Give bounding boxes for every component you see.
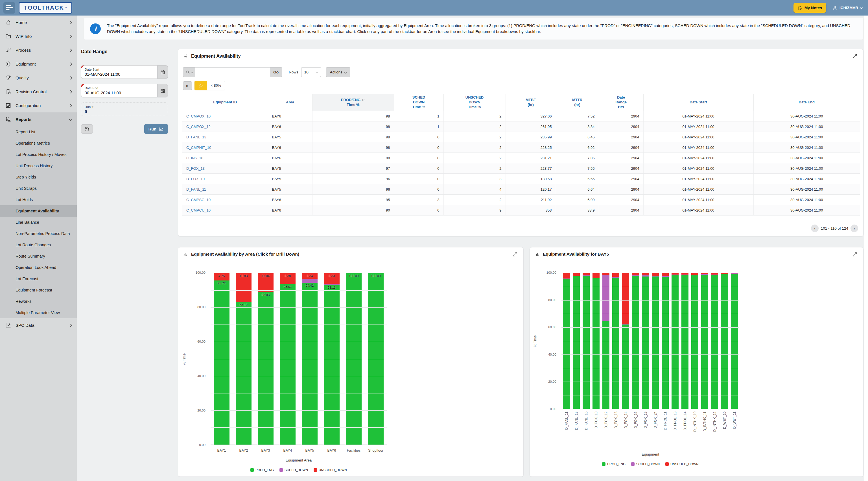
column-header[interactable]: MTBF(hr) xyxy=(505,94,556,111)
column-header[interactable]: PROD/ENGTime % xyxy=(312,94,394,111)
segment-unsched-down[interactable] xyxy=(622,273,629,324)
sidebar-subitem-report-list[interactable]: Report List xyxy=(0,126,77,138)
segment-prod-eng[interactable] xyxy=(302,283,317,445)
sidebar-subitem-step-yields[interactable]: Step Yields xyxy=(0,172,77,183)
segment-prod-eng[interactable] xyxy=(573,276,580,409)
date-end-value[interactable]: 30-AUG-2024 11:00 xyxy=(85,91,154,95)
sidebar-subitem-equipment-forecast[interactable]: Equipment Forecast xyxy=(0,284,77,296)
saved-report-star-button[interactable]: ☆ xyxy=(194,81,207,90)
equipment-link[interactable]: D_FOX_13 xyxy=(186,167,205,171)
sidebar-subitem-reworks[interactable]: Reworks xyxy=(0,296,77,307)
user-menu[interactable]: ICHIZMAR xyxy=(832,5,862,10)
segment-prod-eng[interactable] xyxy=(236,302,251,445)
equipment-link[interactable]: C_CMPNIT_10 xyxy=(186,146,211,150)
segment-unsched-down[interactable] xyxy=(642,273,649,275)
segment-prod-eng[interactable] xyxy=(662,277,669,409)
segment-unsched-down[interactable] xyxy=(563,273,570,278)
scrollbar-gutter[interactable] xyxy=(864,16,868,481)
segment-prod-eng[interactable] xyxy=(642,276,649,409)
sidebar-subitem-unit-scraps[interactable]: Unit Scraps xyxy=(0,183,77,194)
search-input[interactable] xyxy=(195,67,270,77)
segment-prod-eng[interactable] xyxy=(691,275,699,409)
search-options-button[interactable] xyxy=(183,67,195,77)
sidebar-item-home[interactable]: Home xyxy=(0,16,77,29)
segment-prod-eng[interactable] xyxy=(592,278,599,409)
segment-unsched-down[interactable] xyxy=(612,273,619,277)
segment-sched-down[interactable] xyxy=(302,279,317,283)
sidebar-item-spc-data[interactable]: SPC Data xyxy=(0,318,77,332)
equipment-link[interactable]: D_FANL_13 xyxy=(186,135,206,139)
column-header[interactable]: MTTR(hr) xyxy=(556,94,599,111)
segment-prod-eng[interactable] xyxy=(324,285,339,445)
segment-prod-eng[interactable] xyxy=(602,321,610,409)
equipment-link[interactable]: C_INS_10 xyxy=(186,156,203,160)
sidebar-subitem-multiple-parameter-view[interactable]: Multiple Parameter View xyxy=(0,307,77,318)
sidebar-subitem-lot-holds[interactable]: Lot Holds xyxy=(0,194,77,205)
segment-unsched-down[interactable] xyxy=(652,273,659,276)
segment-prod-eng[interactable] xyxy=(612,278,619,409)
equipment-link[interactable]: D_FANL_11 xyxy=(186,187,206,191)
segment-unsched-down[interactable] xyxy=(583,273,590,275)
segment-unsched-down[interactable] xyxy=(662,273,669,276)
equipment-link[interactable]: C_CMPSG_10 xyxy=(186,198,211,202)
segment-prod-eng[interactable] xyxy=(258,292,273,445)
equipment-link[interactable]: C_CMPOX_10 xyxy=(186,114,211,118)
go-button[interactable]: Go xyxy=(270,67,282,77)
sidebar-subitem-route-summary[interactable]: Route Summary xyxy=(0,250,77,262)
segment-prod-eng[interactable] xyxy=(711,275,718,409)
segment-prod-eng[interactable] xyxy=(563,279,570,409)
segment-prod-eng[interactable] xyxy=(721,274,728,409)
segment-prod-eng[interactable] xyxy=(652,276,659,409)
actions-button[interactable]: Actions xyxy=(326,67,350,77)
segment-prod-eng[interactable] xyxy=(681,275,688,409)
segment-prod-eng[interactable] xyxy=(731,274,738,409)
my-notes-button[interactable]: My Notes xyxy=(794,3,826,13)
date-start-value[interactable]: 01-MAY-2024 11:00 xyxy=(85,72,154,77)
equipment-link[interactable]: C_CMPOX_12 xyxy=(186,125,211,129)
sidebar-item-equipment[interactable]: Equipment xyxy=(0,57,77,71)
sidebar-subitem-lot-process-history-moves[interactable]: Lot Process History / Moves xyxy=(0,149,77,160)
filter-chip[interactable]: < 80% xyxy=(207,81,225,90)
segment-unsched-down[interactable] xyxy=(573,273,580,276)
segment-prod-eng[interactable] xyxy=(672,275,679,409)
segment-prod-eng[interactable] xyxy=(622,325,629,409)
run-number-field[interactable]: Run # 6 xyxy=(81,102,168,116)
segment-unsched-down[interactable] xyxy=(632,273,639,275)
sidebar-subitem-operations-metrics[interactable]: Operations Metrics xyxy=(0,138,77,149)
maximize-button[interactable] xyxy=(851,250,859,258)
segment-prod-eng[interactable] xyxy=(701,275,708,409)
sidebar-item-configuration[interactable]: Configuration xyxy=(0,98,77,112)
segment-prod-eng[interactable] xyxy=(583,276,590,409)
sidebar-subitem-operation-look-ahead[interactable]: Operation Look Ahead xyxy=(0,262,77,273)
sidebar-item-wip-info[interactable]: WIP Info xyxy=(0,29,77,43)
column-header[interactable]: Date Start xyxy=(643,94,753,111)
sidebar-item-reports[interactable]: Reports xyxy=(0,112,77,126)
rows-select[interactable]: 10 xyxy=(301,67,321,77)
reset-button[interactable] xyxy=(81,124,93,133)
segment-unsched-down[interactable] xyxy=(592,273,599,278)
sidebar-subitem-lot-forecast[interactable]: Lot Forecast xyxy=(0,273,77,284)
segment-prod-eng[interactable] xyxy=(280,284,295,445)
sidebar-item-quality[interactable]: Quality xyxy=(0,71,77,85)
next-page-button[interactable]: › xyxy=(850,224,858,232)
sidebar-subitem-unit-process-history[interactable]: Unit Process History xyxy=(0,160,77,172)
maximize-button[interactable] xyxy=(511,250,519,258)
equipment-link[interactable]: D_FOX_10 xyxy=(186,177,205,181)
column-header[interactable]: Area xyxy=(268,94,312,111)
sidebar-item-process[interactable]: Process xyxy=(0,43,77,57)
sidebar-subitem-non-parametric-process-data[interactable]: Non-Parametric Process Data xyxy=(0,228,77,239)
column-header[interactable]: Date End xyxy=(753,94,860,111)
date-end-picker-button[interactable] xyxy=(157,84,168,97)
sidebar-subitem-equipment-availability[interactable]: Equipment Availability xyxy=(0,205,77,217)
expand-filter-button[interactable]: ▶ xyxy=(183,81,192,90)
segment-prod-eng[interactable] xyxy=(632,276,639,409)
sidebar-item-revision-control[interactable]: Revision Control xyxy=(0,85,77,98)
sidebar-subitem-lot-route-changes[interactable]: Lot Route Changes xyxy=(0,239,77,250)
date-start-input[interactable]: Date Start 01-MAY-2024 11:00 xyxy=(81,65,157,79)
date-start-picker-button[interactable] xyxy=(157,65,168,79)
column-header[interactable]: SCHEDDOWNTime % xyxy=(394,94,443,111)
maximize-button[interactable] xyxy=(851,52,859,60)
run-button[interactable]: Run xyxy=(144,124,168,134)
segment-prod-eng[interactable] xyxy=(214,280,229,445)
menu-toggle-button[interactable] xyxy=(3,2,15,13)
